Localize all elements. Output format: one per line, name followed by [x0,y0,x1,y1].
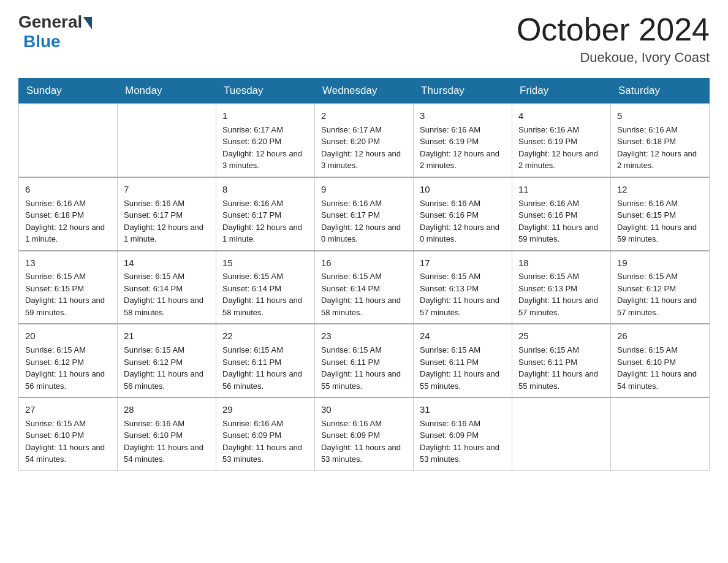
day-number: 10 [420,183,506,196]
calendar-cell: 27Sunrise: 6:15 AM Sunset: 6:10 PM Dayli… [19,397,118,470]
calendar-cell: 10Sunrise: 6:16 AM Sunset: 6:16 PM Dayli… [414,177,512,251]
day-info: Sunrise: 6:15 AM Sunset: 6:13 PM Dayligh… [420,270,506,318]
day-number: 29 [222,403,308,416]
day-number: 1 [222,109,308,123]
day-number: 27 [25,403,111,416]
calendar-cell: 18Sunrise: 6:15 AM Sunset: 6:13 PM Dayli… [512,251,611,324]
day-number: 25 [518,329,604,343]
day-number: 7 [124,183,210,196]
calendar-cell: 3Sunrise: 6:16 AM Sunset: 6:19 PM Daylig… [414,104,512,177]
calendar-cell: 28Sunrise: 6:16 AM Sunset: 6:10 PM Dayli… [118,397,216,470]
day-info: Sunrise: 6:16 AM Sunset: 6:18 PM Dayligh… [617,124,703,172]
day-number: 6 [25,183,111,196]
calendar-cell: 20Sunrise: 6:15 AM Sunset: 6:12 PM Dayli… [19,324,118,397]
day-number: 9 [321,183,407,196]
day-number: 23 [321,329,407,343]
logo: General Blue [18,12,92,52]
day-number: 11 [518,183,604,196]
calendar-cell: 7Sunrise: 6:16 AM Sunset: 6:17 PM Daylig… [118,177,216,251]
day-info: Sunrise: 6:16 AM Sunset: 6:15 PM Dayligh… [617,197,703,245]
day-number: 4 [518,109,604,123]
calendar-cell: 2Sunrise: 6:17 AM Sunset: 6:20 PM Daylig… [315,104,414,177]
calendar-week-row: 27Sunrise: 6:15 AM Sunset: 6:10 PM Dayli… [19,397,710,470]
calendar-header-row: SundayMondayTuesdayWednesdayThursdayFrid… [19,79,710,104]
header-saturday: Saturday [611,79,710,104]
page-header: General Blue October 2024 Duekoue, Ivory… [18,12,710,66]
day-number: 19 [617,256,703,270]
calendar-cell: 30Sunrise: 6:16 AM Sunset: 6:09 PM Dayli… [315,397,414,470]
calendar-cell: 21Sunrise: 6:15 AM Sunset: 6:12 PM Dayli… [118,324,216,397]
day-info: Sunrise: 6:16 AM Sunset: 6:17 PM Dayligh… [222,197,308,245]
day-info: Sunrise: 6:16 AM Sunset: 6:16 PM Dayligh… [518,197,604,245]
day-info: Sunrise: 6:15 AM Sunset: 6:14 PM Dayligh… [124,270,210,318]
day-info: Sunrise: 6:15 AM Sunset: 6:10 PM Dayligh… [25,418,111,465]
calendar-cell: 25Sunrise: 6:15 AM Sunset: 6:11 PM Dayli… [512,324,611,397]
day-info: Sunrise: 6:16 AM Sunset: 6:17 PM Dayligh… [124,197,210,245]
calendar-cell [19,104,118,177]
logo-blue-text: Blue [23,32,61,52]
day-info: Sunrise: 6:16 AM Sunset: 6:19 PM Dayligh… [518,124,604,172]
title-area: October 2024 Duekoue, Ivory Coast [517,12,710,66]
header-wednesday: Wednesday [315,79,414,104]
day-info: Sunrise: 6:15 AM Sunset: 6:14 PM Dayligh… [321,270,407,318]
calendar-cell: 1Sunrise: 6:17 AM Sunset: 6:20 PM Daylig… [216,104,315,177]
day-info: Sunrise: 6:17 AM Sunset: 6:20 PM Dayligh… [222,124,308,172]
calendar-cell: 12Sunrise: 6:16 AM Sunset: 6:15 PM Dayli… [611,177,710,251]
header-monday: Monday [118,79,216,104]
calendar-week-row: 13Sunrise: 6:15 AM Sunset: 6:15 PM Dayli… [19,251,710,324]
calendar-cell: 22Sunrise: 6:15 AM Sunset: 6:11 PM Dayli… [216,324,315,397]
logo-arrow-icon [83,17,92,29]
day-info: Sunrise: 6:15 AM Sunset: 6:10 PM Dayligh… [617,344,703,392]
calendar-cell: 4Sunrise: 6:16 AM Sunset: 6:19 PM Daylig… [512,104,611,177]
calendar-cell: 5Sunrise: 6:16 AM Sunset: 6:18 PM Daylig… [611,104,710,177]
header-friday: Friday [512,79,611,104]
calendar-cell: 19Sunrise: 6:15 AM Sunset: 6:12 PM Dayli… [611,251,710,324]
calendar-cell: 9Sunrise: 6:16 AM Sunset: 6:17 PM Daylig… [315,177,414,251]
day-info: Sunrise: 6:16 AM Sunset: 6:17 PM Dayligh… [321,197,407,245]
day-info: Sunrise: 6:15 AM Sunset: 6:15 PM Dayligh… [25,270,111,318]
calendar-cell: 13Sunrise: 6:15 AM Sunset: 6:15 PM Dayli… [19,251,118,324]
calendar-cell [118,104,216,177]
calendar-cell [611,397,710,470]
day-info: Sunrise: 6:15 AM Sunset: 6:12 PM Dayligh… [25,344,111,392]
calendar-week-row: 20Sunrise: 6:15 AM Sunset: 6:12 PM Dayli… [19,324,710,397]
day-info: Sunrise: 6:16 AM Sunset: 6:18 PM Dayligh… [25,197,111,245]
calendar-cell: 26Sunrise: 6:15 AM Sunset: 6:10 PM Dayli… [611,324,710,397]
day-number: 3 [420,109,506,123]
day-info: Sunrise: 6:16 AM Sunset: 6:10 PM Dayligh… [124,418,210,465]
header-tuesday: Tuesday [216,79,315,104]
calendar-cell: 31Sunrise: 6:16 AM Sunset: 6:09 PM Dayli… [414,397,512,470]
day-info: Sunrise: 6:16 AM Sunset: 6:09 PM Dayligh… [321,418,407,465]
day-number: 22 [222,329,308,343]
calendar-cell: 15Sunrise: 6:15 AM Sunset: 6:14 PM Dayli… [216,251,315,324]
day-info: Sunrise: 6:15 AM Sunset: 6:12 PM Dayligh… [617,270,703,318]
calendar-cell: 23Sunrise: 6:15 AM Sunset: 6:11 PM Dayli… [315,324,414,397]
day-number: 15 [222,256,308,270]
calendar-cell: 24Sunrise: 6:15 AM Sunset: 6:11 PM Dayli… [414,324,512,397]
location-subtitle: Duekoue, Ivory Coast [517,50,710,66]
day-number: 13 [25,256,111,270]
logo-general-text: General [18,12,82,32]
day-info: Sunrise: 6:15 AM Sunset: 6:11 PM Dayligh… [518,344,604,392]
header-thursday: Thursday [414,79,512,104]
calendar-cell [512,397,611,470]
day-number: 8 [222,183,308,196]
day-info: Sunrise: 6:16 AM Sunset: 6:09 PM Dayligh… [222,418,308,465]
day-number: 21 [124,329,210,343]
day-info: Sunrise: 6:15 AM Sunset: 6:11 PM Dayligh… [420,344,506,392]
day-number: 26 [617,329,703,343]
day-info: Sunrise: 6:16 AM Sunset: 6:19 PM Dayligh… [420,124,506,172]
day-number: 16 [321,256,407,270]
day-info: Sunrise: 6:17 AM Sunset: 6:20 PM Dayligh… [321,124,407,172]
calendar-cell: 29Sunrise: 6:16 AM Sunset: 6:09 PM Dayli… [216,397,315,470]
day-info: Sunrise: 6:16 AM Sunset: 6:16 PM Dayligh… [420,197,506,245]
calendar-cell: 8Sunrise: 6:16 AM Sunset: 6:17 PM Daylig… [216,177,315,251]
calendar-cell: 16Sunrise: 6:15 AM Sunset: 6:14 PM Dayli… [315,251,414,324]
day-info: Sunrise: 6:16 AM Sunset: 6:09 PM Dayligh… [420,418,506,465]
day-number: 5 [617,109,703,123]
day-info: Sunrise: 6:15 AM Sunset: 6:14 PM Dayligh… [222,270,308,318]
day-number: 20 [25,329,111,343]
calendar-cell: 17Sunrise: 6:15 AM Sunset: 6:13 PM Dayli… [414,251,512,324]
day-number: 18 [518,256,604,270]
day-number: 31 [420,403,506,416]
